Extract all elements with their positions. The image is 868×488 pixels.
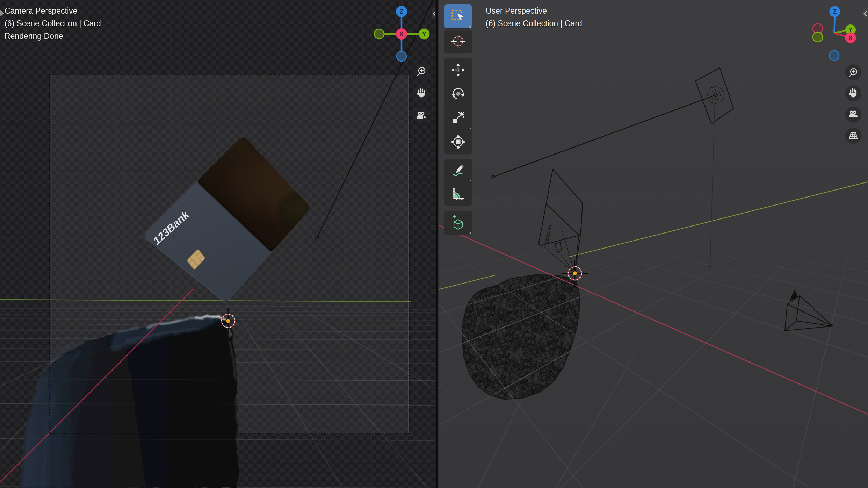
svg-text:Z: Z xyxy=(833,8,837,15)
svg-text:Y: Y xyxy=(422,31,426,37)
svg-text:X: X xyxy=(848,35,853,41)
svg-text:Z: Z xyxy=(400,8,403,15)
svg-text:Y: Y xyxy=(848,27,853,33)
svg-text:X: X xyxy=(399,31,404,37)
